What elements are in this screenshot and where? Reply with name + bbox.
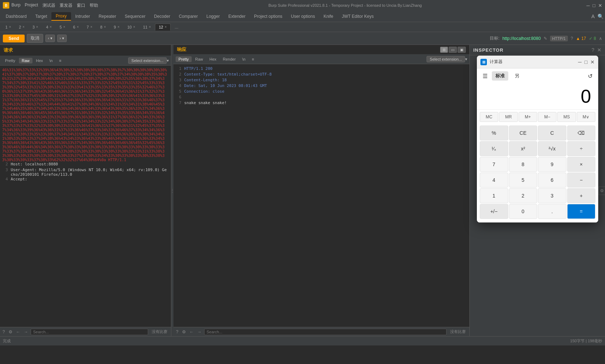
expand-icon[interactable]: ∧ (599, 36, 602, 41)
calc-ce-btn[interactable]: CE (509, 125, 538, 140)
resp-select-extension-btn[interactable]: Select extension... (427, 56, 465, 62)
maximize-btn[interactable]: □ (593, 3, 595, 8)
tab-jwt[interactable]: JWT Editor Keys (338, 12, 378, 20)
calc-minus-btn[interactable]: − (567, 173, 596, 188)
req-help-icon[interactable]: ? (1, 329, 6, 335)
req-tab-more[interactable]: … (171, 24, 182, 31)
calc-ms-btn[interactable]: MS (557, 112, 576, 122)
req-fmt-raw[interactable]: Raw (19, 58, 32, 63)
calc-c-btn[interactable]: C (538, 125, 566, 140)
tab-sequencer[interactable]: Sequencer (121, 12, 150, 20)
tab-logger[interactable]: Logger (202, 12, 224, 20)
calc-reciprocal-btn[interactable]: ¹⁄ₓ (480, 141, 508, 156)
calc-backspace-btn[interactable]: ⌫ (567, 125, 596, 140)
resp-ext-dropdown-arrow[interactable]: ▾ (465, 57, 467, 62)
calculator-history-icon[interactable]: ↺ (588, 73, 593, 80)
req-tab-1[interactable]: 1× (1, 24, 15, 31)
menu-project[interactable]: Project (25, 2, 38, 9)
calc-1-btn[interactable]: 1 (480, 188, 508, 203)
http-help-icon[interactable]: ? (571, 36, 573, 41)
tab-dashboard[interactable]: Dashboard (1, 12, 31, 20)
http-version-badge[interactable]: HTTP/1 (550, 36, 568, 41)
resp-fmt-newline[interactable]: \n (239, 56, 248, 62)
tab-project-options[interactable]: Project options (250, 12, 287, 20)
req-fmt-hex[interactable]: Hex (33, 58, 46, 63)
target-url[interactable]: http://localhost:8080 (502, 36, 540, 41)
calc-mr-btn[interactable]: MR (499, 112, 518, 122)
req-tab-7[interactable]: 7× (83, 24, 96, 31)
inspector-close-icon[interactable]: ✕ (597, 47, 601, 53)
calc-divide-btn[interactable]: ÷ (567, 141, 596, 156)
tab-extender[interactable]: Extender (224, 12, 250, 20)
tab-decoder[interactable]: Decoder (150, 12, 175, 20)
calc-mv-btn[interactable]: M∨ (577, 112, 595, 122)
tab-target[interactable]: Target (31, 12, 51, 20)
calc-mode-other[interactable]: 另 (511, 71, 523, 81)
req-tab-3[interactable]: 3× (29, 24, 42, 31)
calc-3-btn[interactable]: 3 (538, 188, 566, 203)
tab-user-options[interactable]: User options (287, 12, 319, 20)
view-split-icon[interactable]: ⊞ (440, 47, 448, 53)
calc-mode-standard[interactable]: 标准 (492, 71, 508, 81)
resp-fmt-pretty[interactable]: Pretty (176, 56, 192, 62)
req-tab-5[interactable]: 5× (56, 24, 69, 31)
cancel-button[interactable]: 取消 (27, 34, 43, 43)
calc-close-btn[interactable]: ✕ (590, 59, 595, 65)
calc-multiply-btn[interactable]: × (567, 157, 596, 172)
req-tab-9[interactable]: 9× (110, 24, 123, 31)
resp-forward-icon[interactable]: → (196, 329, 203, 335)
calc-4-btn[interactable]: 4 (480, 173, 508, 188)
calc-7-btn[interactable]: 7 (480, 157, 508, 172)
calc-equals-btn[interactable]: = (567, 204, 596, 219)
nav-next-button[interactable]: › ▾ (57, 35, 67, 42)
req-fmt-pretty[interactable]: Pretty (2, 58, 18, 63)
translate-icon[interactable]: A (591, 14, 595, 19)
resp-help-icon[interactable]: ? (175, 329, 180, 335)
req-tab-12[interactable]: 12× (155, 24, 171, 31)
tab-proxy[interactable]: Proxy (51, 12, 71, 21)
calculator-controls[interactable]: ─ □ ✕ (578, 59, 595, 65)
tab-knife[interactable]: Knife (319, 12, 337, 20)
req-tab-6[interactable]: 6× (69, 24, 83, 31)
request-code-area[interactable]: 46%31%30%37%33%32%39%36%43%30%32%30%30%3… (0, 66, 171, 327)
calc-6-btn[interactable]: 6 (538, 173, 566, 188)
calc-2-btn[interactable]: 2 (509, 188, 538, 203)
calc-negate-btn[interactable]: +/− (480, 204, 508, 219)
resp-fmt-render[interactable]: Render (220, 56, 238, 62)
req-forward-icon[interactable]: → (23, 329, 29, 335)
inspector-side-icon[interactable]: ⚙ (599, 186, 605, 195)
calc-decimal-btn[interactable]: . (538, 204, 566, 219)
view-cols-icon[interactable]: ▣ (458, 47, 466, 53)
req-ext-dropdown-arrow[interactable]: ▾ (167, 58, 169, 63)
req-back-icon[interactable]: ← (15, 329, 21, 335)
calc-minimize-btn[interactable]: ─ (578, 59, 582, 65)
menu-tester[interactable]: 测试器 (42, 2, 55, 9)
send-button[interactable]: Send (3, 35, 25, 42)
menu-bar[interactable]: Burp Project 测试器 重发器 窗口 帮助 (11, 2, 98, 9)
tab-comparer[interactable]: Comparer (175, 12, 202, 20)
settings-side-btn[interactable]: ⚙ (599, 186, 605, 195)
calc-mplus-btn[interactable]: M+ (519, 112, 537, 122)
req-tab-4[interactable]: 4× (42, 24, 56, 31)
calc-8-btn[interactable]: 8 (509, 157, 538, 172)
req-fmt-newline[interactable]: \n (46, 58, 55, 63)
minimize-btn[interactable]: ─ (586, 3, 590, 8)
calc-mminus-btn[interactable]: M− (538, 112, 556, 122)
nav-prev-button[interactable]: ‹ ▾ (45, 35, 55, 42)
req-settings-icon[interactable]: ⚙ (7, 329, 14, 335)
request-search-input[interactable] (31, 329, 148, 335)
close-btn[interactable]: ✕ (598, 3, 602, 8)
calc-maximize-btn[interactable]: □ (585, 59, 588, 65)
calc-mc-btn[interactable]: MC (480, 112, 498, 122)
req-fmt-menu[interactable]: ≡ (56, 58, 64, 63)
resp-back-icon[interactable]: ← (188, 329, 195, 335)
req-tab-10[interactable]: 10× (123, 24, 139, 31)
resp-fmt-menu[interactable]: ≡ (249, 56, 257, 62)
window-controls[interactable]: ─ □ ✕ (586, 3, 602, 8)
response-code-area[interactable]: 1 HTTP/1.1 200 2 Content-Type: text/html… (173, 64, 469, 327)
edit-target-icon[interactable]: ✎ (544, 36, 547, 41)
inspector-help-icon[interactable]: ? (591, 47, 594, 53)
resp-settings-icon[interactable]: ⚙ (181, 329, 187, 335)
calc-9-btn[interactable]: 9 (538, 157, 566, 172)
calc-plus-btn[interactable]: + (567, 188, 596, 203)
